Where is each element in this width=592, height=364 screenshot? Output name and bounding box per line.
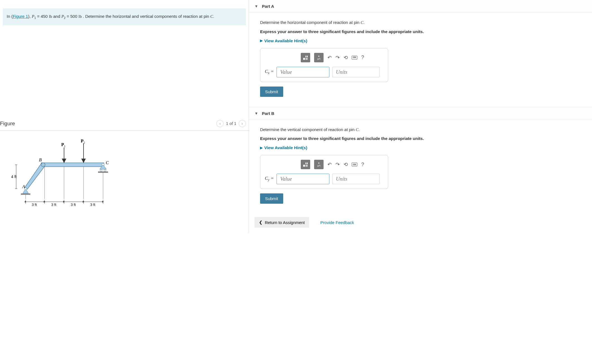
footer: ❮ Return to Assignment Provide Feedback [249,217,592,228]
part-a-toolbar: μA ↶ ↷ ⟲ ⌨ ? [282,53,383,62]
label-A: A [22,184,25,189]
reset-icon[interactable]: ⟲ [344,55,348,61]
label-B: B [39,158,42,162]
caret-right-icon: ▶ [260,39,263,43]
figure-title: Figure [0,120,15,127]
part-b-toolbar: μA ↶ ↷ ⟲ ⌨ ? [282,160,383,169]
part-b-answer-box: μA ↶ ↷ ⟲ ⌨ ? Cy = [260,155,388,189]
svg-marker-1 [25,163,45,189]
part-b-body: Determine the vertical component of reac… [249,120,592,212]
return-button[interactable]: ❮ Return to Assignment [255,217,309,228]
chevron-left-icon: ❮ [259,220,263,225]
figure-prev-button[interactable]: ‹ [216,120,224,127]
svg-point-35 [318,56,319,57]
help-icon[interactable]: ? [361,162,364,168]
figure-counter: 1 of 1 [226,121,236,126]
keyboard-icon[interactable]: ⌨ [352,56,357,60]
templates-icon[interactable] [301,160,310,169]
dim-4: 3 ft [90,203,95,207]
part-a-question: Determine the horizontal component of re… [260,19,581,26]
part-b-question: Determine the vertical component of reac… [260,127,581,133]
caret-down-icon: ▼ [255,4,258,8]
dim-2: 3 ft [51,203,56,207]
dim-height: 4 ft [11,174,17,179]
svg-rect-31 [303,58,305,60]
part-a-submit-button[interactable]: Submit [260,87,283,97]
part-a-title: Part A [262,4,274,9]
caret-right-icon: ▶ [260,146,263,150]
svg-point-3 [43,164,44,165]
figure-header: Figure ‹ 1 of 1 › [0,117,249,131]
provide-feedback-link[interactable]: Provide Feedback [320,220,354,225]
svg-rect-5 [21,193,30,195]
redo-icon[interactable]: ↷ [336,55,340,61]
problem-statement: In (Figure 1), P1 = 450 lb and P2 = 500 … [3,8,246,25]
svg-rect-0 [41,163,104,167]
dim-3: 3 ft [71,203,76,207]
dim-1: 3 ft [32,203,37,207]
reset-icon[interactable]: ⟲ [344,161,348,168]
part-b-value-input[interactable] [277,174,329,184]
label-C: C [106,160,109,165]
svg-rect-37 [303,165,305,167]
templates-icon[interactable] [301,53,310,62]
caret-down-icon: ▼ [255,111,258,115]
part-b-instruction: Express your answer to three significant… [260,136,581,141]
part-b-header[interactable]: ▼ Part B [249,107,592,120]
part-b-variable-label: Cy = [265,176,274,182]
part-a-value-input[interactable] [277,67,329,77]
part-a-instruction: Express your answer to three significant… [260,29,581,34]
part-b-submit-button[interactable]: Submit [260,193,283,204]
symbols-icon[interactable]: μA [314,160,324,169]
keyboard-icon[interactable]: ⌨ [352,163,357,166]
svg-rect-39 [307,163,308,164]
part-a-answer-box: μA ↶ ↷ ⟲ ⌨ ? Cx = [260,48,388,82]
figure-diagram: A B C P1 P2 4 ft [0,131,249,221]
problem-text: In ( [7,14,13,19]
svg-rect-34 [305,58,308,60]
part-b-title: Part B [262,111,274,116]
help-icon[interactable]: ? [361,55,364,60]
part-a-variable-label: Cx = [265,69,274,75]
figure-link[interactable]: Figure 1 [13,14,28,19]
part-a-header[interactable]: ▼ Part A [249,0,592,13]
svg-text:μA: μA [317,164,321,167]
part-a-hints-toggle[interactable]: ▶ View Available Hint(s) [260,38,581,43]
svg-rect-38 [305,163,306,164]
svg-rect-32 [305,56,306,57]
svg-point-41 [318,163,319,164]
label-P1: P1 [61,142,65,148]
undo-icon[interactable]: ↶ [327,161,332,168]
part-b-hints-toggle[interactable]: ▶ View Available Hint(s) [260,145,581,150]
svg-point-9 [100,169,102,171]
label-P2: P2 [81,139,85,144]
svg-rect-11 [98,171,108,173]
part-a-body: Determine the horizontal component of re… [249,13,592,105]
redo-icon[interactable]: ↷ [336,161,340,168]
part-a-units-input[interactable] [332,67,380,77]
symbols-icon[interactable]: μA [314,53,324,62]
svg-text:μA: μA [317,57,321,60]
svg-point-10 [104,169,106,171]
figure-next-button[interactable]: › [239,120,246,127]
svg-rect-40 [305,165,308,167]
part-b-units-input[interactable] [332,174,380,184]
undo-icon[interactable]: ↶ [327,55,332,61]
svg-rect-33 [307,56,308,57]
